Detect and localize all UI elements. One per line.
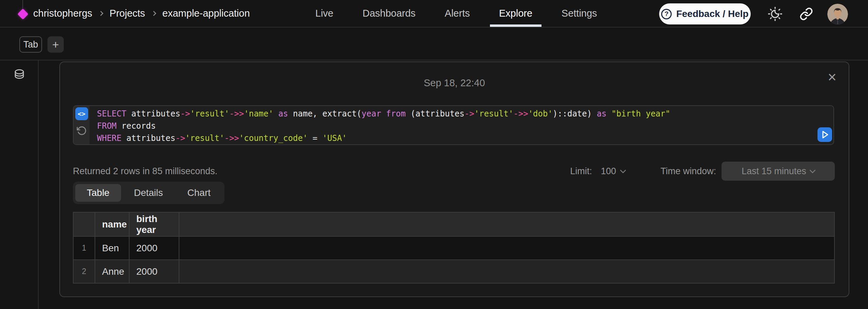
code-line: SELECT attributes->'result'->>'name' as … xyxy=(97,108,833,120)
nav-item-dashboards[interactable]: Dashboards xyxy=(362,0,415,27)
add-tab-button[interactable]: + xyxy=(47,36,64,53)
chevron-right-icon xyxy=(98,11,104,16)
limit-label: Limit: xyxy=(570,166,592,177)
table-cell-filler xyxy=(179,260,834,283)
chevron-down-icon xyxy=(809,167,815,173)
column-header: birth year xyxy=(129,212,179,236)
query-timestamp: Sep 18, 22:40 xyxy=(60,77,849,89)
view-tab-chart[interactable]: Chart xyxy=(176,184,222,202)
user-avatar[interactable] xyxy=(827,4,848,24)
view-tab-table[interactable]: Table xyxy=(75,184,121,202)
result-view-tabs: TableDetailsChart xyxy=(73,182,224,204)
column-header-filler xyxy=(179,212,834,236)
logo-caret-line xyxy=(22,0,23,10)
time-window-dropdown[interactable]: Last 15 minutes xyxy=(722,162,835,181)
query-controls: Limit: 100 Time window: Last 15 minutes xyxy=(570,162,835,181)
table-cell: Ben xyxy=(95,236,129,260)
code-line: WHERE attributes->'result'->>'country_co… xyxy=(97,132,833,144)
nav-item-live[interactable]: Live xyxy=(315,0,333,27)
query-status-text: Returned 2 rows in 85 milliseconds. xyxy=(73,166,217,177)
sql-code-input[interactable]: SELECT attributes->'result'->>'name' as … xyxy=(90,106,833,144)
run-query-button[interactable] xyxy=(817,127,832,142)
nav-item-alerts[interactable]: Alerts xyxy=(445,0,470,27)
editor-gutter: <> xyxy=(74,106,90,144)
tab-button[interactable]: Tab xyxy=(19,36,42,53)
row-number: 1 xyxy=(73,236,95,260)
table-row: 2Anne2000 xyxy=(73,260,834,283)
app-logo-diamond[interactable] xyxy=(17,8,28,20)
view-tab-details[interactable]: Details xyxy=(122,184,175,202)
row-number: 2 xyxy=(73,260,95,283)
limit-value: 100 xyxy=(601,166,616,177)
breadcrumb: christophergs Projects example-applicati… xyxy=(33,0,250,27)
feedback-help-button[interactable]: ? Feedback / Help xyxy=(659,3,751,24)
breadcrumb-application[interactable]: example-application xyxy=(162,8,250,19)
table-cell: 2000 xyxy=(129,236,179,260)
database-icon[interactable] xyxy=(13,68,26,83)
query-history-icon[interactable] xyxy=(77,126,87,136)
code-mode-icon[interactable]: <> xyxy=(75,107,88,120)
table-cell-filler xyxy=(179,236,834,260)
tab-strip: Tab + xyxy=(0,28,868,60)
chevron-right-icon xyxy=(151,11,157,16)
limit-dropdown[interactable]: 100 xyxy=(601,166,625,177)
table-row: 1Ben2000 xyxy=(73,236,834,260)
table-header-row: namebirth year xyxy=(73,212,834,236)
nav-item-settings[interactable]: Settings xyxy=(561,0,597,27)
sql-editor: <> SELECT attributes->'result'->>'name' … xyxy=(73,105,834,145)
breadcrumb-projects[interactable]: Projects xyxy=(110,8,145,19)
time-window-value: Last 15 minutes xyxy=(742,166,806,177)
column-header: name xyxy=(95,212,129,236)
table-cell: 2000 xyxy=(129,260,179,283)
breadcrumb-account[interactable]: christophergs xyxy=(33,8,92,19)
chevron-down-icon xyxy=(620,167,626,173)
share-link-icon[interactable] xyxy=(798,6,814,22)
nav-item-explore[interactable]: Explore xyxy=(499,0,532,27)
query-result-card: Sep 18, 22:40 × <> SELECT attributes->'r… xyxy=(59,61,849,297)
status-row: Returned 2 rows in 85 milliseconds. Limi… xyxy=(73,161,835,181)
code-line: FROM records xyxy=(97,120,833,132)
top-navigation: christophergs Projects example-applicati… xyxy=(0,0,868,28)
main-menu: LiveDashboardsAlertsExploreSettings xyxy=(315,0,597,27)
left-sidebar xyxy=(0,60,39,309)
table-cell: Anne xyxy=(95,260,129,283)
close-icon[interactable]: × xyxy=(828,70,836,85)
column-header xyxy=(73,212,95,236)
feedback-help-label: Feedback / Help xyxy=(676,8,748,19)
results-table: namebirth year 1Ben20002Anne2000 xyxy=(73,212,835,284)
theme-toggle-sun-moon-icon[interactable] xyxy=(767,6,783,22)
time-window-label: Time window: xyxy=(660,166,716,177)
help-circle-icon: ? xyxy=(661,9,672,19)
